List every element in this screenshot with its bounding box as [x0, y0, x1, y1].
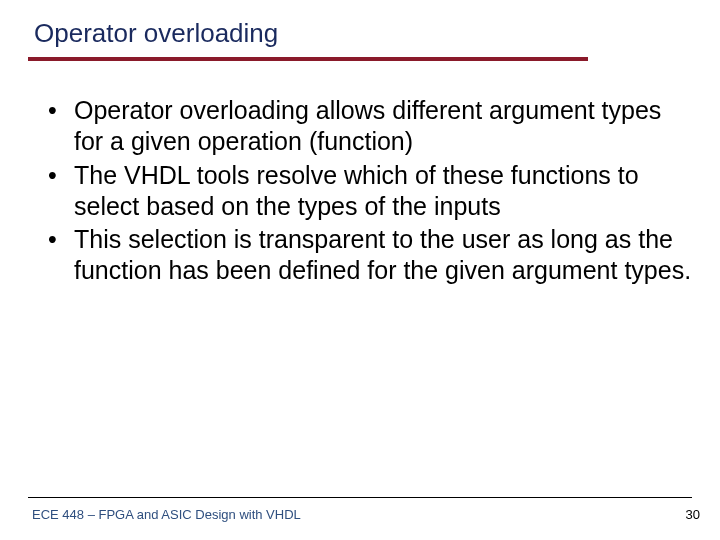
bullet-list: Operator overloading allows different ar…: [46, 95, 692, 287]
page-number: 30: [686, 507, 700, 522]
bullet-item: This selection is transparent to the use…: [46, 224, 692, 287]
footer-divider: [28, 497, 692, 498]
content-area: Operator overloading allows different ar…: [28, 95, 692, 287]
bullet-item: Operator overloading allows different ar…: [46, 95, 692, 158]
title-divider: [28, 57, 588, 61]
slide: Operator overloading Operator overloadin…: [0, 0, 720, 540]
bullet-item: The VHDL tools resolve which of these fu…: [46, 160, 692, 223]
footer-text: ECE 448 – FPGA and ASIC Design with VHDL: [32, 507, 301, 522]
slide-title: Operator overloading: [34, 18, 692, 49]
